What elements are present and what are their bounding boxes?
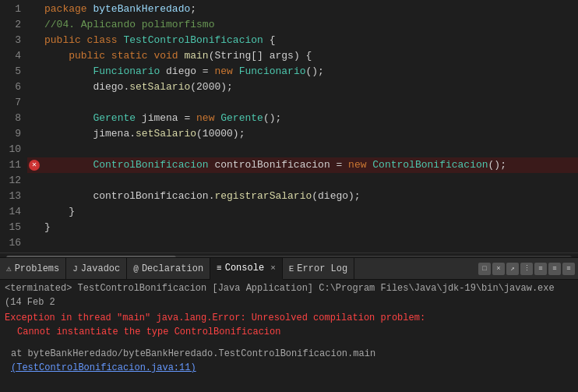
tab-javadoc[interactable]: JJavadoc [66, 258, 127, 280]
errorlog-tab-icon: E [289, 264, 294, 274]
tab-action-btn-6[interactable]: ≡ [562, 263, 575, 275]
code-line-6: 6 diego.setSalario(2000); [0, 79, 578, 95]
console-tab-label: Console [225, 263, 264, 274]
code-lines: 1package byteBankHeredado;2//04. Aplican… [0, 0, 578, 253]
error-marker-11: ✕ [27, 157, 41, 173]
line-number-6: 6 [0, 79, 27, 95]
tab-action-btn-5[interactable]: ≡ [548, 263, 561, 275]
error-marker-3 [27, 33, 41, 48]
error-marker-16 [27, 235, 41, 251]
line-number-5: 5 [0, 64, 27, 79]
tab-declaration[interactable]: @Declaration [127, 258, 210, 280]
line-number-7: 7 [0, 95, 27, 111]
line-number-9: 9 [0, 126, 27, 142]
line-number-16: 16 [0, 235, 27, 251]
line-content-11: ControlBonificacion controlBonificacion … [41, 157, 578, 173]
error-marker-6 [27, 79, 41, 95]
javadoc-tab-label: Javadoc [81, 263, 120, 274]
line-content-1: package byteBankHeredado; [41, 2, 578, 17]
error-marker-15 [27, 220, 41, 235]
error-marker-10 [27, 142, 41, 157]
problems-tab-icon: ⚠ [6, 263, 12, 274]
line-content-15: } [41, 220, 578, 235]
line-content-2: //04. Aplicando polimorfismo [41, 17, 578, 33]
line-number-11: 11 [0, 157, 27, 173]
declaration-tab-icon: @ [133, 264, 139, 274]
error-marker-7 [27, 95, 41, 111]
code-line-3: 3public class TestControlBonificacion { [0, 33, 578, 48]
console-terminated-line: <terminated> TestControlBonificacion [Ja… [5, 281, 573, 309]
line-number-4: 4 [0, 48, 27, 64]
error-icon: ✕ [29, 160, 40, 171]
declaration-tab-label: Declaration [142, 263, 203, 274]
tab-action-btn-4[interactable]: ≡ [534, 263, 547, 275]
code-line-12: 12 [0, 173, 578, 189]
code-line-13: 13 controlBonificacion.registrarSalario(… [0, 189, 578, 204]
line-content-14: } [41, 204, 578, 220]
console-output: <terminated> TestControlBonificacion [Ja… [0, 280, 578, 383]
problems-tab-label: Problems [15, 263, 60, 274]
line-number-12: 12 [0, 173, 27, 189]
editor-area: 1package byteBankHeredado;2//04. Aplican… [0, 0, 578, 257]
error-marker-2 [27, 17, 41, 33]
console-stack-line1: at byteBankHeredado/byteBankHeredado.Tes… [5, 347, 573, 361]
console-error-line1: Exception in thread "main" java.lang.Err… [5, 311, 573, 325]
line-number-8: 8 [0, 111, 27, 126]
error-marker-8 [27, 111, 41, 126]
line-content-5: Funcionario diego = new Funcionario(); [41, 64, 578, 79]
errorlog-tab-label: Error Log [297, 263, 347, 274]
tab-action-btn-3[interactable]: ⋮ [520, 263, 533, 275]
code-line-16: 16 [0, 235, 578, 251]
line-content-12 [41, 173, 578, 189]
line-number-15: 15 [0, 220, 27, 235]
line-number-13: 13 [0, 189, 27, 204]
code-line-8: 8 Gerente jimena = new Gerente(); [0, 111, 578, 126]
line-content-10 [41, 142, 578, 157]
line-content-4: public static void main(String[] args) { [41, 48, 578, 64]
code-line-9: 9 jimena.setSalario(10000); [0, 126, 578, 142]
line-content-8: Gerente jimena = new Gerente(); [41, 111, 578, 126]
line-content-16 [41, 235, 578, 251]
tab-problems[interactable]: ⚠Problems [0, 258, 66, 280]
tab-action-btn-0[interactable]: □ [478, 263, 491, 275]
code-line-2: 2//04. Aplicando polimorfismo [0, 17, 578, 33]
javadoc-tab-icon: J [72, 264, 78, 274]
console-tab-close[interactable]: × [270, 263, 276, 273]
console-stack-line2[interactable]: (TestControlBonificacion.java:11) [5, 361, 573, 375]
code-line-11: 11✕ ControlBonificacion controlBonificac… [0, 157, 578, 173]
line-number-14: 14 [0, 204, 27, 220]
line-content-3: public class TestControlBonificacion { [41, 33, 578, 48]
tab-action-btn-1[interactable]: × [492, 263, 505, 275]
console-link-java[interactable]: (TestControlBonificacion.java:11) [11, 362, 196, 373]
code-line-7: 7 [0, 95, 578, 111]
line-content-13: controlBonificacion.registrarSalario(die… [41, 189, 578, 204]
line-content-9: jimena.setSalario(10000); [41, 126, 578, 142]
tabs-bar: ⚠ProblemsJJavadoc@Declaration≡Console×EE… [0, 258, 578, 280]
console-error-line3 [5, 339, 573, 347]
error-marker-4 [27, 48, 41, 64]
tabs-actions: □×↗⋮≡≡≡ [478, 263, 578, 275]
error-marker-1 [27, 2, 41, 17]
tab-errorlog[interactable]: EError Log [283, 258, 354, 280]
error-marker-5 [27, 64, 41, 79]
editor-scrollbar[interactable] [0, 253, 578, 257]
tab-console[interactable]: ≡Console× [210, 258, 283, 280]
code-line-10: 10 [0, 142, 578, 157]
code-line-1: 1package byteBankHeredado; [0, 2, 578, 17]
line-number-2: 2 [0, 17, 27, 33]
line-number-1: 1 [0, 2, 27, 17]
console-tab-icon: ≡ [217, 263, 222, 273]
error-marker-14 [27, 204, 41, 220]
bottom-panel: ⚠ProblemsJJavadoc@Declaration≡Console×EE… [0, 257, 578, 383]
line-number-10: 10 [0, 142, 27, 157]
console-error-line2: Cannot instantiate the type ControlBonif… [5, 325, 573, 339]
error-marker-9 [27, 126, 41, 142]
code-line-4: 4 public static void main(String[] args)… [0, 48, 578, 64]
error-marker-12 [27, 173, 41, 189]
tab-action-btn-2[interactable]: ↗ [506, 263, 519, 275]
line-content-6: diego.setSalario(2000); [41, 79, 578, 95]
error-marker-13 [27, 189, 41, 204]
code-line-5: 5 Funcionario diego = new Funcionario(); [0, 64, 578, 79]
line-content-7 [41, 95, 578, 111]
line-number-3: 3 [0, 33, 27, 48]
